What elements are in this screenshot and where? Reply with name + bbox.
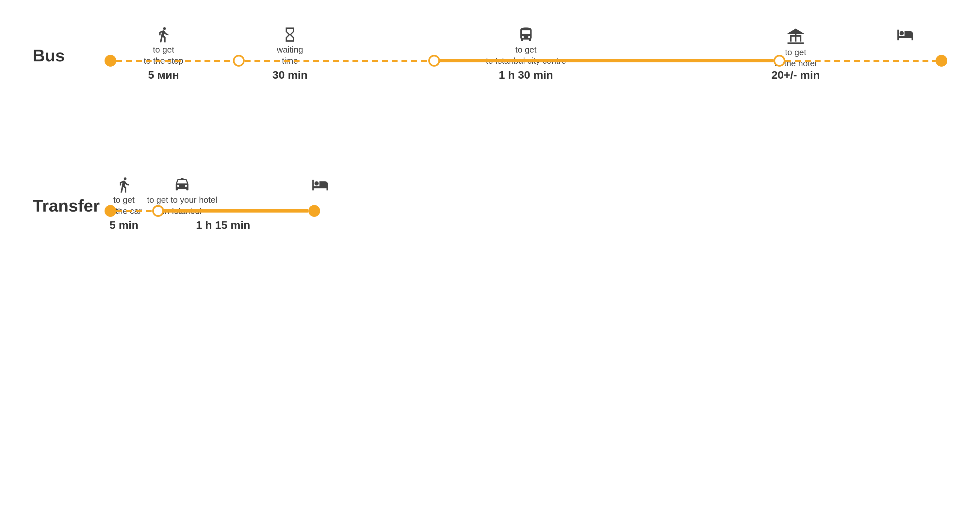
bus-istanbul-label: to get to Istanbul city centre <box>486 44 566 67</box>
transfer-seg-solid <box>164 209 309 213</box>
bus-walk-label: to get to the stop <box>144 44 183 67</box>
taxi-icon <box>174 176 191 193</box>
transfer-bed-icon <box>312 176 329 193</box>
bus-section: Bus to get to the stop <box>33 26 947 85</box>
bus-seg-dashed-1 <box>116 60 233 62</box>
transfer-time-1: 1 h 15 min <box>196 219 250 232</box>
bus-bed-icon-item <box>897 26 914 43</box>
transfer-node-0 <box>105 205 116 217</box>
landmark-icon <box>786 26 805 46</box>
bus-time-0: 5 мин <box>148 68 179 81</box>
bus-seg-solid <box>440 59 773 62</box>
transfer-timeline-line <box>105 209 320 213</box>
hourglass-icon <box>282 26 299 43</box>
bus-timeline: to get to the stop waiting time <box>105 26 947 85</box>
bus-node-1 <box>233 55 245 67</box>
transfer-bed-icon-item <box>312 176 329 193</box>
bed-icon <box>897 26 914 43</box>
bus-time-1: 30 min <box>272 68 308 81</box>
bus-timeline-line <box>105 59 947 63</box>
bus-icon-labels: to get to the stop waiting time <box>105 26 947 56</box>
bus-seg-dashed-2 <box>245 60 428 62</box>
bus-time-2: 1 h 30 min <box>499 68 553 81</box>
bus-seg-dashed-3 <box>785 60 935 62</box>
bus-icon <box>517 26 535 43</box>
bus-node-4 <box>935 55 947 67</box>
bus-wait-label: waiting time <box>277 44 303 67</box>
bus-node-2 <box>428 55 440 67</box>
transfer-seg-dashed <box>116 210 152 212</box>
bus-time-3: 20+/- min <box>771 68 819 81</box>
transfer-label: Transfer <box>33 196 100 216</box>
transfer-icon-labels: to get to the car to get to your hotel i… <box>105 176 320 206</box>
transfer-walk-icon <box>115 176 132 193</box>
transfer-node-2 <box>309 205 320 217</box>
bus-node-0 <box>105 55 116 67</box>
transfer-timeline: to get to the car to get to your hotel i… <box>105 176 320 235</box>
diagram-container: Bus to get to the stop <box>33 26 947 327</box>
transfer-section: Transfer to get to the car <box>33 176 947 235</box>
walk-icon <box>155 26 172 43</box>
bus-label: Bus <box>33 46 65 65</box>
transfer-time-0: 5 min <box>110 219 138 232</box>
